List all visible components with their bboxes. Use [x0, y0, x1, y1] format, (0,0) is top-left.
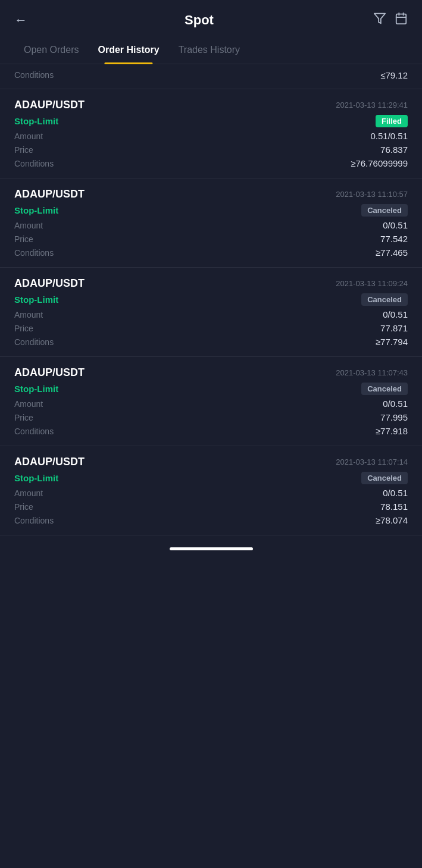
order-item: ADAUP/USDT 2021-03-13 11:10:57 Stop-Limi… [0, 178, 422, 268]
header-actions [360, 12, 408, 28]
page-title: Spot [38, 12, 360, 28]
status-badge: Canceled [361, 204, 408, 217]
amount-value: 0/0.51 [383, 488, 408, 498]
home-indicator [170, 547, 253, 550]
price-value: 77.995 [380, 412, 408, 422]
conditions-label: Conditions [14, 337, 54, 347]
order-pair: ADAUP/USDT [14, 366, 85, 379]
order-item: ADAUP/USDT 2021-03-13 11:07:14 Stop-Limi… [0, 446, 422, 535]
conditions-label: Conditions [14, 427, 54, 436]
price-label: Price [14, 145, 33, 155]
partial-order-conditions: Conditions ≤79.12 [0, 64, 422, 89]
conditions-value: ≥77.918 [376, 426, 408, 436]
amount-label: Amount [14, 399, 43, 409]
status-badge: Canceled [361, 383, 408, 395]
price-value: 77.871 [380, 323, 408, 333]
back-button[interactable]: ← [14, 12, 38, 28]
filter-icon[interactable] [373, 12, 386, 28]
amount-value: 0/0.51 [383, 220, 408, 230]
amount-label: Amount [14, 131, 43, 141]
calendar-icon[interactable] [395, 12, 408, 28]
order-type: Stop-Limit [14, 116, 58, 126]
svg-marker-0 [374, 14, 385, 24]
status-badge: Canceled [361, 293, 408, 306]
amount-label: Amount [14, 488, 43, 498]
conditions-label: Conditions [14, 248, 54, 258]
order-pair: ADAUP/USDT [14, 99, 85, 111]
order-datetime: 2021-03-13 11:10:57 [336, 190, 408, 199]
price-label: Price [14, 234, 33, 244]
svg-rect-1 [396, 14, 407, 24]
price-label: Price [14, 324, 33, 333]
back-icon: ← [14, 12, 27, 27]
order-datetime: 2021-03-13 11:07:43 [336, 368, 408, 377]
order-datetime: 2021-03-13 11:07:14 [336, 457, 408, 466]
status-badge: Filled [376, 115, 408, 127]
amount-label: Amount [14, 221, 43, 230]
order-pair: ADAUP/USDT [14, 188, 85, 200]
order-datetime: 2021-03-13 11:29:41 [336, 101, 408, 109]
conditions-value: ≥76.76099999 [351, 158, 408, 168]
amount-label: Amount [14, 310, 43, 319]
price-value: 78.151 [380, 502, 408, 512]
header: ← Spot [0, 0, 422, 37]
order-item: ADAUP/USDT 2021-03-13 11:09:24 Stop-Limi… [0, 268, 422, 357]
amount-value: 0/0.51 [383, 309, 408, 319]
conditions-label: Conditions [14, 516, 54, 525]
conditions-label: Conditions [14, 70, 54, 80]
price-label: Price [14, 502, 33, 512]
order-type: Stop-Limit [14, 473, 58, 483]
amount-value: 0/0.51 [383, 399, 408, 409]
amount-value: 0.51/0.51 [370, 131, 408, 141]
status-badge: Canceled [361, 472, 408, 484]
price-value: 76.837 [380, 145, 408, 155]
order-pair: ADAUP/USDT [14, 456, 85, 468]
conditions-value: ≤79.12 [380, 70, 408, 80]
conditions-value: ≥77.794 [376, 337, 408, 347]
conditions-label: Conditions [14, 159, 54, 168]
price-value: 77.542 [380, 234, 408, 244]
order-item: ADAUP/USDT 2021-03-13 11:29:41 Stop-Limi… [0, 89, 422, 178]
order-type: Stop-Limit [14, 384, 58, 394]
tab-open-orders[interactable]: Open Orders [14, 37, 88, 64]
orders-list: ADAUP/USDT 2021-03-13 11:29:41 Stop-Limi… [0, 89, 422, 535]
tabs-container: Open Orders Order History Trades History [0, 37, 422, 64]
price-label: Price [14, 413, 33, 422]
conditions-value: ≥78.074 [376, 515, 408, 525]
conditions-value: ≥77.465 [376, 247, 408, 258]
order-type: Stop-Limit [14, 294, 58, 305]
order-type: Stop-Limit [14, 205, 58, 215]
order-item: ADAUP/USDT 2021-03-13 11:07:43 Stop-Limi… [0, 357, 422, 446]
order-pair: ADAUP/USDT [14, 277, 85, 290]
order-datetime: 2021-03-13 11:09:24 [336, 279, 408, 288]
tab-order-history[interactable]: Order History [88, 37, 168, 64]
tab-trades-history[interactable]: Trades History [169, 37, 249, 64]
